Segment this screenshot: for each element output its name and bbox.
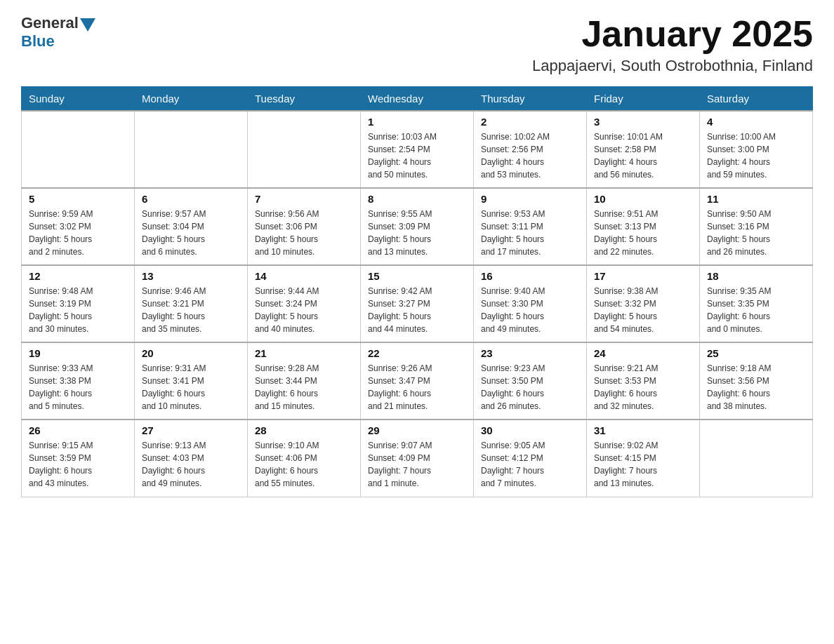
calendar-cell: 20Sunrise: 9:31 AMSunset: 3:41 PMDayligh… [135,342,248,420]
day-number: 27 [142,424,240,436]
calendar-week-row: 12Sunrise: 9:48 AMSunset: 3:19 PMDayligh… [22,265,813,342]
calendar-week-row: 26Sunrise: 9:15 AMSunset: 3:59 PMDayligh… [22,420,813,497]
day-number: 3 [594,116,692,128]
day-detail: Sunrise: 9:10 AMSunset: 4:06 PMDaylight:… [255,439,353,490]
header-thursday: Thursday [474,87,587,112]
calendar-cell: 17Sunrise: 9:38 AMSunset: 3:32 PMDayligh… [587,265,700,342]
day-number: 11 [707,193,805,205]
calendar-cell: 15Sunrise: 9:42 AMSunset: 3:27 PMDayligh… [361,265,474,342]
day-number: 28 [255,424,353,436]
day-number: 4 [707,116,805,128]
day-number: 18 [707,270,805,282]
calendar-cell: 29Sunrise: 9:07 AMSunset: 4:09 PMDayligh… [361,420,474,497]
calendar-cell: 9Sunrise: 9:53 AMSunset: 3:11 PMDaylight… [474,188,587,265]
calendar-cell: 2Sunrise: 10:02 AMSunset: 2:56 PMDayligh… [474,111,587,188]
logo-general: General [21,14,79,32]
day-detail: Sunrise: 9:53 AMSunset: 3:11 PMDaylight:… [481,208,579,258]
day-detail: Sunrise: 9:48 AMSunset: 3:19 PMDaylight:… [29,285,127,335]
calendar-cell: 8Sunrise: 9:55 AMSunset: 3:09 PMDaylight… [361,188,474,265]
day-detail: Sunrise: 9:05 AMSunset: 4:12 PMDaylight:… [481,439,579,490]
logo: General Blue [21,14,95,51]
day-number: 23 [481,347,579,359]
day-detail: Sunrise: 9:13 AMSunset: 4:03 PMDaylight:… [142,439,240,490]
day-number: 30 [481,424,579,436]
day-number: 20 [142,347,240,359]
day-detail: Sunrise: 9:55 AMSunset: 3:09 PMDaylight:… [368,208,466,258]
calendar-cell: 4Sunrise: 10:00 AMSunset: 3:00 PMDayligh… [700,111,813,188]
calendar-cell: 14Sunrise: 9:44 AMSunset: 3:24 PMDayligh… [248,265,361,342]
day-number: 16 [481,270,579,282]
day-number: 26 [29,424,127,436]
day-number: 7 [255,193,353,205]
calendar-cell: 19Sunrise: 9:33 AMSunset: 3:38 PMDayligh… [22,342,135,420]
calendar-cell: 12Sunrise: 9:48 AMSunset: 3:19 PMDayligh… [22,265,135,342]
calendar-cell: 22Sunrise: 9:26 AMSunset: 3:47 PMDayligh… [361,342,474,420]
calendar-cell: 28Sunrise: 9:10 AMSunset: 4:06 PMDayligh… [248,420,361,497]
calendar-cell [135,111,248,188]
day-detail: Sunrise: 10:02 AMSunset: 2:56 PMDaylight… [481,130,579,181]
day-detail: Sunrise: 9:28 AMSunset: 3:44 PMDaylight:… [255,362,353,412]
day-number: 31 [594,424,692,436]
day-number: 19 [29,347,127,359]
day-detail: Sunrise: 9:02 AMSunset: 4:15 PMDaylight:… [594,439,692,490]
day-number: 14 [255,270,353,282]
day-detail: Sunrise: 9:42 AMSunset: 3:27 PMDaylight:… [368,285,466,335]
day-number: 6 [142,193,240,205]
logo-triangle-icon [80,18,95,32]
day-detail: Sunrise: 9:21 AMSunset: 3:53 PMDaylight:… [594,362,692,412]
day-detail: Sunrise: 9:57 AMSunset: 3:04 PMDaylight:… [142,208,240,258]
location-title: Lappajaervi, South Ostrobothnia, Finland [532,57,813,75]
calendar-cell: 10Sunrise: 9:51 AMSunset: 3:13 PMDayligh… [587,188,700,265]
day-number: 15 [368,270,466,282]
header-friday: Friday [587,87,700,112]
calendar-table: Sunday Monday Tuesday Wednesday Thursday… [21,86,813,497]
calendar-cell [22,111,135,188]
calendar-cell: 31Sunrise: 9:02 AMSunset: 4:15 PMDayligh… [587,420,700,497]
calendar-cell: 16Sunrise: 9:40 AMSunset: 3:30 PMDayligh… [474,265,587,342]
day-number: 17 [594,270,692,282]
calendar-week-row: 1Sunrise: 10:03 AMSunset: 2:54 PMDayligh… [22,111,813,188]
calendar-header-row: Sunday Monday Tuesday Wednesday Thursday… [22,87,813,112]
calendar-cell: 11Sunrise: 9:50 AMSunset: 3:16 PMDayligh… [700,188,813,265]
calendar-cell: 23Sunrise: 9:23 AMSunset: 3:50 PMDayligh… [474,342,587,420]
day-detail: Sunrise: 10:01 AMSunset: 2:58 PMDaylight… [594,130,692,181]
title-section: January 2025 Lappajaervi, South Ostrobot… [532,14,813,75]
day-detail: Sunrise: 9:07 AMSunset: 4:09 PMDaylight:… [368,439,466,490]
day-detail: Sunrise: 9:23 AMSunset: 3:50 PMDaylight:… [481,362,579,412]
header-monday: Monday [135,87,248,112]
day-detail: Sunrise: 9:18 AMSunset: 3:56 PMDaylight:… [707,362,805,412]
day-number: 9 [481,193,579,205]
day-detail: Sunrise: 9:50 AMSunset: 3:16 PMDaylight:… [707,208,805,258]
day-detail: Sunrise: 9:46 AMSunset: 3:21 PMDaylight:… [142,285,240,335]
day-detail: Sunrise: 9:56 AMSunset: 3:06 PMDaylight:… [255,208,353,258]
calendar-cell: 7Sunrise: 9:56 AMSunset: 3:06 PMDaylight… [248,188,361,265]
day-number: 24 [594,347,692,359]
day-number: 1 [368,116,466,128]
header-saturday: Saturday [700,87,813,112]
calendar-cell: 25Sunrise: 9:18 AMSunset: 3:56 PMDayligh… [700,342,813,420]
day-number: 21 [255,347,353,359]
header-wednesday: Wednesday [361,87,474,112]
header-tuesday: Tuesday [248,87,361,112]
day-number: 22 [368,347,466,359]
calendar-cell: 27Sunrise: 9:13 AMSunset: 4:03 PMDayligh… [135,420,248,497]
day-detail: Sunrise: 10:03 AMSunset: 2:54 PMDaylight… [368,130,466,181]
day-detail: Sunrise: 9:38 AMSunset: 3:32 PMDaylight:… [594,285,692,335]
calendar-cell: 26Sunrise: 9:15 AMSunset: 3:59 PMDayligh… [22,420,135,497]
logo-blue: Blue [21,32,55,51]
day-number: 25 [707,347,805,359]
day-detail: Sunrise: 9:33 AMSunset: 3:38 PMDaylight:… [29,362,127,412]
calendar-cell: 30Sunrise: 9:05 AMSunset: 4:12 PMDayligh… [474,420,587,497]
calendar-cell: 5Sunrise: 9:59 AMSunset: 3:02 PMDaylight… [22,188,135,265]
day-number: 12 [29,270,127,282]
day-detail: Sunrise: 9:40 AMSunset: 3:30 PMDaylight:… [481,285,579,335]
header-sunday: Sunday [22,87,135,112]
calendar-cell [248,111,361,188]
calendar-cell: 21Sunrise: 9:28 AMSunset: 3:44 PMDayligh… [248,342,361,420]
calendar-cell [700,420,813,497]
day-number: 8 [368,193,466,205]
calendar-cell: 13Sunrise: 9:46 AMSunset: 3:21 PMDayligh… [135,265,248,342]
calendar-cell: 6Sunrise: 9:57 AMSunset: 3:04 PMDaylight… [135,188,248,265]
day-number: 29 [368,424,466,436]
calendar-week-row: 19Sunrise: 9:33 AMSunset: 3:38 PMDayligh… [22,342,813,420]
